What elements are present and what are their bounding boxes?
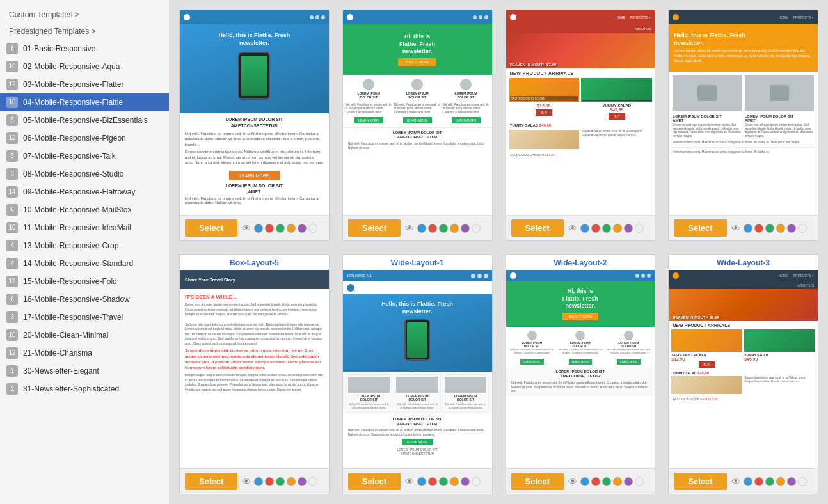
sidebar-item-8[interactable]: 14 09-Mobile-Responsive-Flatroway bbox=[0, 183, 169, 201]
select-button-r1-4[interactable]: Select bbox=[674, 219, 726, 237]
select-button-r2-3[interactable]: Select bbox=[511, 473, 564, 490]
color-dot-blue-r1-4[interactable] bbox=[744, 224, 752, 233]
color-dot-white-r2-3[interactable] bbox=[635, 477, 644, 486]
eye-icon-r1-1[interactable]: 👁 bbox=[242, 223, 251, 233]
color-dot-white-r1-1[interactable] bbox=[308, 224, 317, 233]
badge-3: 10 bbox=[6, 97, 18, 108]
template-card-r2-2: Wide-Layout-1 JOIN INSIDE #11 bbox=[342, 254, 493, 494]
color-dot-white-r2-4[interactable] bbox=[798, 477, 807, 486]
custom-templates-header[interactable]: Custom Templates > bbox=[0, 6, 169, 23]
sidebar-item-9[interactable]: 6 10-Mobile-Responsive-MailStox bbox=[0, 201, 169, 219]
eye-icon-r1-4[interactable]: 👁 bbox=[731, 223, 740, 233]
sidebar-item-15[interactable]: 3 17-Mobile-Responsive-Travel bbox=[0, 308, 169, 326]
color-dot-red-r2-1[interactable] bbox=[265, 477, 274, 486]
color-dot-orange-r2-2[interactable] bbox=[450, 477, 459, 486]
eye-icon-r2-2[interactable]: 👁 bbox=[405, 476, 414, 487]
select-button-r2-4[interactable]: Select bbox=[674, 473, 726, 490]
color-dot-green-r1-4[interactable] bbox=[765, 224, 774, 233]
sidebar-label-5: 06-Mobile-Responsive-Pigeon bbox=[23, 134, 163, 143]
sidebar-label-13: 15-Mobile-Responsive-Fold bbox=[23, 277, 163, 286]
swatches-r1-1 bbox=[254, 224, 317, 233]
sidebar-label-15: 17-Mobile-Responsive-Travel bbox=[23, 313, 163, 322]
color-dot-purple-r2-4[interactable] bbox=[787, 477, 796, 486]
color-dot-blue-r2-3[interactable] bbox=[580, 477, 589, 486]
select-button-r1-3[interactable]: Select bbox=[511, 219, 564, 237]
sidebar-item-12[interactable]: 4 14-Mobile-Responsive-Standard bbox=[0, 255, 169, 272]
color-dot-purple-r1-2[interactable] bbox=[461, 224, 470, 233]
color-dot-orange-r1-2[interactable] bbox=[450, 224, 459, 233]
badge-2: 12 bbox=[6, 79, 18, 90]
color-dot-blue-r2-4[interactable] bbox=[744, 477, 752, 486]
color-dot-green-r1-1[interactable] bbox=[276, 224, 285, 233]
sidebar-item-6[interactable]: 5 07-Mobile-Responsive-Talk bbox=[0, 147, 169, 165]
sidebar-item-0[interactable]: 8 01-Basic-Responsive bbox=[0, 40, 169, 58]
eye-icon-r1-3[interactable]: 👁 bbox=[568, 223, 577, 233]
sidebar-item-7[interactable]: 3 08-Mobile-Responsive-Studio bbox=[0, 165, 169, 183]
color-dot-orange-r2-4[interactable] bbox=[776, 477, 785, 486]
color-dot-orange-r2-1[interactable] bbox=[287, 477, 296, 486]
sidebar-item-17[interactable]: 12 21-Mobile-Charisma bbox=[0, 344, 169, 362]
color-dot-purple-r1-1[interactable] bbox=[298, 224, 307, 233]
color-dot-green-r1-3[interactable] bbox=[602, 224, 611, 233]
eye-icon-r2-4[interactable]: 👁 bbox=[731, 476, 740, 487]
select-button-r2-2[interactable]: Select bbox=[348, 473, 401, 490]
color-dot-red-r2-2[interactable] bbox=[428, 477, 437, 486]
template-preview-r1-3: HOME PRODUCTS ▾ ABOUT US HEAVEN IN MOUTH… bbox=[506, 10, 655, 215]
color-dot-orange-r1-1[interactable] bbox=[287, 224, 296, 233]
sidebar-item-16[interactable]: 10 20-Mobile-Clean-Minimal bbox=[0, 326, 169, 344]
color-dot-green-r2-1[interactable] bbox=[276, 477, 285, 486]
color-dot-white-r2-2[interactable] bbox=[472, 477, 481, 486]
color-dot-green-r2-3[interactable] bbox=[602, 477, 611, 486]
color-dot-green-r2-2[interactable] bbox=[439, 477, 448, 486]
color-dot-green-r2-4[interactable] bbox=[765, 477, 774, 486]
color-dot-purple-r2-2[interactable] bbox=[461, 477, 470, 486]
color-dot-orange-r1-4[interactable] bbox=[776, 224, 785, 233]
color-dot-red-r2-3[interactable] bbox=[591, 477, 600, 486]
sidebar-item-2[interactable]: 12 03-Mobile-Responsive-Flatter bbox=[0, 75, 169, 93]
sidebar-item-10[interactable]: 10 11-Mobile-Responsive-IdeaMail bbox=[0, 219, 169, 237]
color-dot-green-r1-2[interactable] bbox=[439, 224, 448, 233]
swatches-r2-1 bbox=[254, 477, 317, 486]
color-dot-purple-r2-3[interactable] bbox=[624, 477, 633, 486]
sidebar-item-19[interactable]: 2 31-Newsletter-Sophisticated bbox=[0, 380, 169, 398]
select-button-r2-1[interactable]: Select bbox=[185, 473, 237, 490]
template-title-r2-3: Wide-Layout-2 bbox=[506, 255, 655, 270]
select-button-r1-2[interactable]: Select bbox=[348, 219, 401, 237]
color-dot-orange-r1-3[interactable] bbox=[613, 224, 622, 233]
color-dot-purple-r2-1[interactable] bbox=[298, 477, 307, 486]
color-dot-white-r1-3[interactable] bbox=[635, 224, 644, 233]
sidebar-item-3[interactable]: 10 04-Mobile-Responsive-Flattie bbox=[0, 93, 169, 111]
color-dot-blue-r1-1[interactable] bbox=[254, 224, 263, 233]
color-dot-red-r1-2[interactable] bbox=[428, 224, 437, 233]
color-dot-white-r2-1[interactable] bbox=[308, 477, 317, 486]
eye-icon-r2-3[interactable]: 👁 bbox=[568, 476, 577, 487]
sidebar-item-14[interactable]: 6 16-Mobile-Responsive-Shadow bbox=[0, 290, 169, 308]
sidebar-item-18[interactable]: 1 30-Newsletter-Elegant bbox=[0, 362, 169, 380]
sidebar-label-18: 30-Newsletter-Elegant bbox=[23, 366, 163, 375]
eye-icon-r2-1[interactable]: 👁 bbox=[242, 476, 251, 487]
color-dot-white-r1-2[interactable] bbox=[472, 224, 481, 233]
color-dot-blue-r2-1[interactable] bbox=[254, 477, 263, 486]
eye-icon-r1-2[interactable]: 👁 bbox=[405, 223, 414, 233]
color-dot-blue-r1-2[interactable] bbox=[417, 224, 426, 233]
sidebar-label-3: 04-Mobile-Responsive-Flattie bbox=[23, 98, 163, 107]
color-dot-red-r1-3[interactable] bbox=[591, 224, 600, 233]
sidebar-item-5[interactable]: 12 06-Mobile-Responsive-Pigeon bbox=[0, 129, 169, 147]
select-bar-r1-3: Select 👁 bbox=[506, 215, 655, 240]
predesigned-templates-header[interactable]: Predesigned Templates > bbox=[0, 23, 169, 40]
color-dot-blue-r1-3[interactable] bbox=[580, 224, 589, 233]
color-dot-purple-r1-4[interactable] bbox=[787, 224, 796, 233]
select-button-r1-1[interactable]: Select bbox=[185, 219, 237, 237]
sidebar-item-4[interactable]: 5 05-Mobile-Responsive-BizEssentials bbox=[0, 111, 169, 129]
sidebar-item-13[interactable]: 12 15-Mobile-Responsive-Fold bbox=[0, 272, 169, 290]
color-dot-red-r1-1[interactable] bbox=[265, 224, 274, 233]
color-dot-white-r1-4[interactable] bbox=[798, 224, 807, 233]
sidebar-label-11: 13-Mobile-Responsive-Crop bbox=[23, 241, 163, 250]
color-dot-blue-r2-2[interactable] bbox=[417, 477, 426, 486]
color-dot-purple-r1-3[interactable] bbox=[624, 224, 633, 233]
color-dot-red-r2-4[interactable] bbox=[754, 477, 763, 486]
sidebar-item-11[interactable]: 4 13-Mobile-Responsive-Crop bbox=[0, 237, 169, 255]
color-dot-red-r1-4[interactable] bbox=[754, 224, 763, 233]
sidebar-item-1[interactable]: 10 02-Mobile-Responsive-Aqua bbox=[0, 58, 169, 75]
color-dot-orange-r2-3[interactable] bbox=[613, 477, 622, 486]
